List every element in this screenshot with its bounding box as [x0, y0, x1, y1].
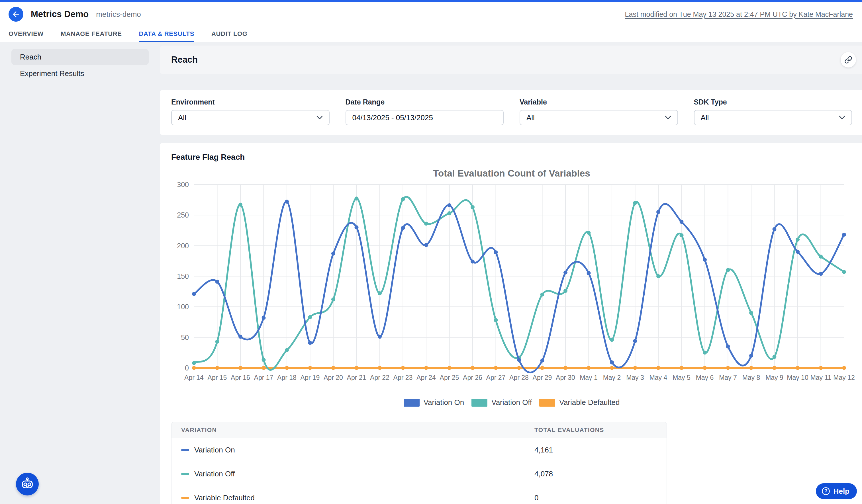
total-evaluations-value: 0	[534, 493, 667, 502]
arrow-left-icon	[12, 10, 20, 18]
svg-text:Apr 21: Apr 21	[347, 374, 366, 381]
table-row-variation-on: Variation On4,161	[171, 438, 667, 462]
section-header-card: Reach	[160, 45, 862, 74]
variable-select[interactable]: All	[520, 110, 678, 125]
feature-key: metrics-demo	[96, 10, 141, 19]
filter-label-sdk-type: SDK Type	[694, 98, 852, 106]
table-body: Variation On4,161Variation Off4,078Varia…	[171, 438, 667, 504]
chart-card-title: Feature Flag Reach	[171, 152, 852, 162]
col-header-variation: VARIATION	[181, 426, 534, 433]
tab-data-results[interactable]: DATA & RESULTS	[139, 27, 195, 42]
total-evaluations-value: 4,161	[534, 446, 667, 454]
svg-text:Apr 30: Apr 30	[556, 374, 575, 381]
filter-date-range: Date Range04/13/2025 - 05/13/2025	[345, 98, 504, 125]
svg-text:May 1: May 1	[580, 374, 598, 381]
row-label: Variation Off	[181, 469, 534, 478]
reach-line-chart: 050100150200250300Apr 14Apr 15Apr 16Apr …	[171, 180, 852, 396]
chart-legend: Variation OnVariation OffVariable Defaul…	[171, 398, 852, 407]
filter-value-environment: All	[178, 113, 316, 122]
svg-text:May 6: May 6	[696, 374, 714, 381]
legend-swatch-variation-off	[471, 399, 487, 407]
svg-text:Apr 23: Apr 23	[393, 374, 413, 381]
table-row-variation-off: Variation Off4,078	[171, 462, 667, 486]
tab-manage-feature[interactable]: MANAGE FEATURE	[61, 27, 122, 42]
svg-text:Apr 29: Apr 29	[533, 374, 552, 381]
filter-variable: VariableAll	[520, 98, 678, 125]
filter-environment: EnvironmentAll	[171, 98, 330, 125]
total-evaluations-value: 4,078	[534, 469, 667, 478]
chart-title: Total Evaluation Count of Variables	[171, 168, 852, 179]
tab-audit-log[interactable]: AUDIT LOG	[211, 27, 247, 42]
svg-text:Apr 19: Apr 19	[301, 374, 320, 381]
feature-tabs: OVERVIEWMANAGE FEATUREDATA & RESULTSAUDI…	[0, 27, 862, 42]
svg-text:0: 0	[185, 364, 189, 372]
svg-text:May 3: May 3	[626, 374, 644, 381]
filter-value-sdk-type: All	[701, 113, 839, 122]
filter-value-date-range: 04/13/2025 - 05/13/2025	[352, 113, 497, 122]
legend-label-variation-on: Variation On	[423, 398, 464, 407]
filter-value-variable: All	[526, 113, 665, 122]
legend-item-variable-defaulted[interactable]: Variable Defaulted	[539, 398, 619, 407]
back-button[interactable]	[9, 7, 23, 22]
svg-text:May 11: May 11	[810, 374, 832, 381]
svg-text:150: 150	[177, 272, 189, 280]
row-label: Variable Defaulted	[181, 493, 534, 502]
last-modified-link[interactable]: Last modified on Tue May 13 2025 at 2:47…	[625, 10, 853, 18]
date-range-input[interactable]: 04/13/2025 - 05/13/2025	[345, 110, 504, 125]
sidebar-item-experiment-results[interactable]: Experiment Results	[11, 66, 149, 81]
chevron-down-icon	[839, 116, 845, 120]
environment-select[interactable]: All	[171, 110, 330, 125]
svg-text:May 2: May 2	[603, 374, 621, 381]
svg-text:300: 300	[177, 181, 189, 188]
question-circle-icon	[822, 487, 830, 495]
copy-link-button[interactable]	[841, 52, 856, 67]
col-header-total-evaluations: TOTAL EVALUATIONS	[534, 426, 667, 433]
legend-label-variable-defaulted: Variable Defaulted	[559, 398, 619, 407]
tab-overview[interactable]: OVERVIEW	[9, 27, 43, 42]
svg-text:May 5: May 5	[672, 374, 691, 381]
chevron-down-icon	[316, 116, 323, 120]
legend-swatch-variation-on	[404, 399, 420, 407]
main-panel: Reach EnvironmentAllDate Range04/13/2025…	[160, 45, 862, 504]
series-color-dash	[181, 449, 189, 451]
filters-card: EnvironmentAllDate Range04/13/2025 - 05/…	[160, 90, 862, 135]
legend-swatch-variable-defaulted	[539, 399, 555, 407]
svg-text:Apr 15: Apr 15	[208, 374, 227, 381]
assistant-bot-button[interactable]	[16, 473, 39, 495]
filter-sdk-type: SDK TypeAll	[694, 98, 852, 125]
table-row-variable-defaulted: Variable Defaulted0	[171, 486, 667, 504]
svg-text:May 8: May 8	[742, 374, 760, 381]
page-content: ReachExperiment Results Reach Environmen…	[0, 42, 862, 504]
filter-label-variable: Variable	[520, 98, 678, 106]
svg-text:May 4: May 4	[650, 374, 667, 381]
table-header: VARIATION TOTAL EVALUATIONS	[171, 422, 667, 438]
help-button[interactable]: Help	[816, 483, 857, 499]
variation-name: Variable Defaulted	[194, 493, 255, 502]
svg-text:250: 250	[177, 211, 189, 219]
variation-name: Variation On	[194, 446, 235, 454]
svg-text:Apr 27: Apr 27	[486, 374, 506, 381]
svg-text:Apr 22: Apr 22	[370, 374, 389, 381]
svg-text:Apr 24: Apr 24	[417, 374, 436, 381]
chevron-down-icon	[665, 116, 671, 120]
sdk-type-select[interactable]: All	[694, 110, 852, 125]
series-color-dash	[181, 473, 189, 475]
chart-area: 050100150200250300Apr 14Apr 15Apr 16Apr …	[171, 180, 852, 396]
variation-name: Variation Off	[194, 469, 235, 478]
section-title: Reach	[171, 55, 198, 65]
svg-text:May 7: May 7	[719, 374, 737, 381]
svg-text:Apr 20: Apr 20	[324, 374, 343, 381]
link-icon	[844, 56, 852, 64]
legend-item-variation-on[interactable]: Variation On	[404, 398, 464, 407]
filter-label-environment: Environment	[171, 98, 330, 106]
series-color-dash	[181, 497, 189, 499]
svg-text:50: 50	[181, 333, 189, 341]
svg-text:Apr 14: Apr 14	[184, 374, 204, 381]
sidebar-item-reach[interactable]: Reach	[11, 49, 149, 65]
filter-label-date-range: Date Range	[345, 98, 504, 106]
svg-text:Apr 18: Apr 18	[277, 374, 297, 381]
svg-text:Apr 28: Apr 28	[509, 374, 529, 381]
results-sidebar: ReachExperiment Results	[11, 45, 149, 82]
svg-text:Apr 25: Apr 25	[440, 374, 459, 381]
legend-item-variation-off[interactable]: Variation Off	[471, 398, 532, 407]
